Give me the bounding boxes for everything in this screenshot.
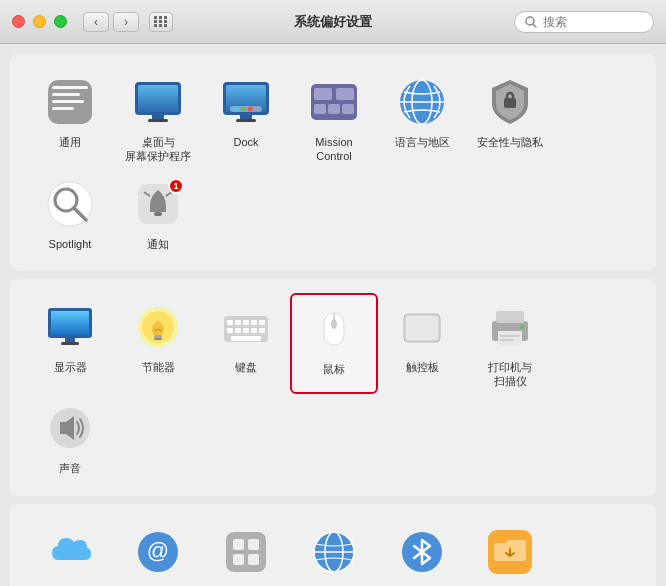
svg-text:@: @ bbox=[147, 538, 169, 563]
desktop-icon bbox=[130, 74, 186, 130]
item-internet[interactable]: @ 互联网帐户 bbox=[114, 518, 202, 586]
svg-rect-42 bbox=[65, 338, 75, 342]
titlebar: ‹ › 系统偏好设置 bbox=[0, 0, 666, 44]
trackpad-icon bbox=[394, 299, 450, 355]
window-title: 系统偏好设置 bbox=[294, 13, 372, 31]
security-label: 安全性与隐私 bbox=[477, 135, 543, 149]
general-label: 通用 bbox=[59, 135, 81, 149]
svg-rect-43 bbox=[61, 342, 79, 345]
svg-rect-53 bbox=[259, 320, 265, 325]
item-keyboard[interactable]: 键盘 bbox=[202, 293, 290, 395]
svg-rect-4 bbox=[52, 93, 80, 96]
energy-icon bbox=[130, 299, 186, 355]
svg-rect-55 bbox=[235, 328, 241, 333]
section-internet: iCloud @ 互联网帐户 bbox=[10, 504, 656, 586]
svg-rect-46 bbox=[154, 335, 162, 338]
svg-rect-22 bbox=[314, 88, 332, 100]
svg-rect-26 bbox=[342, 104, 354, 114]
svg-rect-77 bbox=[248, 539, 259, 550]
spotlight-icon bbox=[42, 176, 98, 232]
maximize-button[interactable] bbox=[54, 15, 67, 28]
svg-rect-64 bbox=[406, 316, 438, 340]
item-mouse[interactable]: 鼠标 bbox=[290, 293, 378, 395]
trackpad-label: 触控板 bbox=[406, 360, 439, 374]
keyboard-label: 键盘 bbox=[235, 360, 257, 374]
item-spotlight[interactable]: Spotlight bbox=[26, 170, 114, 257]
svg-rect-36 bbox=[154, 212, 162, 216]
search-icon bbox=[525, 16, 537, 28]
mission-icon bbox=[306, 74, 362, 130]
item-icloud[interactable]: iCloud bbox=[26, 518, 114, 586]
printer-label: 打印机与扫描仪 bbox=[488, 360, 532, 389]
sound-icon bbox=[42, 400, 98, 456]
extensions-icon bbox=[218, 524, 274, 580]
svg-rect-58 bbox=[259, 328, 265, 333]
display-label: 显示器 bbox=[54, 360, 87, 374]
minimize-button[interactable] bbox=[33, 15, 46, 28]
grid-button[interactable] bbox=[149, 12, 173, 32]
svg-point-62 bbox=[331, 319, 337, 329]
item-general[interactable]: 通用 bbox=[26, 68, 114, 170]
display-icon bbox=[42, 299, 98, 355]
content-area: 通用 bbox=[0, 44, 666, 586]
section-personal: 通用 bbox=[10, 54, 656, 271]
mouse-icon bbox=[306, 301, 362, 357]
svg-rect-76 bbox=[233, 539, 244, 550]
keyboard-icon bbox=[218, 299, 274, 355]
svg-rect-59 bbox=[231, 336, 261, 341]
dock-label: Dock bbox=[233, 135, 258, 149]
security-icon bbox=[482, 74, 538, 130]
svg-rect-68 bbox=[500, 335, 520, 337]
item-security[interactable]: 安全性与隐私 bbox=[466, 68, 554, 170]
item-mission[interactable]: MissionControl bbox=[290, 68, 378, 170]
item-notification[interactable]: 1 通知 bbox=[114, 170, 202, 257]
notification-icon: 1 bbox=[130, 176, 186, 232]
item-printer[interactable]: 打印机与扫描仪 bbox=[466, 293, 554, 395]
svg-rect-19 bbox=[240, 115, 252, 119]
svg-rect-6 bbox=[52, 107, 74, 110]
search-box[interactable] bbox=[514, 11, 654, 33]
item-display[interactable]: 显示器 bbox=[26, 293, 114, 395]
svg-rect-78 bbox=[233, 554, 244, 565]
item-dock[interactable]: Dock bbox=[202, 68, 290, 170]
network-icon bbox=[306, 524, 362, 580]
back-button[interactable]: ‹ bbox=[83, 12, 109, 32]
item-extensions[interactable]: 扩展 bbox=[202, 518, 290, 586]
svg-rect-49 bbox=[227, 320, 233, 325]
svg-rect-23 bbox=[336, 88, 354, 100]
svg-rect-25 bbox=[328, 104, 340, 114]
sound-label: 声音 bbox=[59, 461, 81, 475]
item-desktop[interactable]: 桌面与屏幕保护程序 bbox=[114, 68, 202, 170]
desktop-label: 桌面与屏幕保护程序 bbox=[125, 135, 191, 164]
traffic-lights bbox=[12, 15, 67, 28]
item-trackpad[interactable]: 触控板 bbox=[378, 293, 466, 395]
item-sound[interactable]: 声音 bbox=[26, 394, 114, 481]
svg-rect-75 bbox=[226, 532, 266, 572]
svg-point-70 bbox=[520, 325, 524, 329]
item-bluetooth[interactable]: 蓝牙 bbox=[378, 518, 466, 586]
language-icon bbox=[394, 74, 450, 130]
svg-rect-67 bbox=[498, 331, 522, 345]
nav-buttons: ‹ › bbox=[83, 12, 139, 32]
svg-rect-51 bbox=[243, 320, 249, 325]
internet-icon: @ bbox=[130, 524, 186, 580]
item-energy[interactable]: 节能器 bbox=[114, 293, 202, 395]
close-button[interactable] bbox=[12, 15, 25, 28]
item-network[interactable]: 网络 bbox=[290, 518, 378, 586]
section-hardware: 显示器 节能器 bbox=[10, 279, 656, 496]
svg-rect-50 bbox=[235, 320, 241, 325]
svg-rect-56 bbox=[243, 328, 249, 333]
svg-rect-10 bbox=[152, 115, 164, 119]
svg-rect-3 bbox=[52, 86, 88, 89]
forward-button[interactable]: › bbox=[113, 12, 139, 32]
svg-rect-54 bbox=[227, 328, 233, 333]
svg-rect-69 bbox=[500, 339, 514, 341]
item-sharing[interactable]: 共享 bbox=[466, 518, 554, 586]
item-language[interactable]: 语言与地区 bbox=[378, 68, 466, 170]
svg-rect-11 bbox=[148, 119, 168, 122]
svg-rect-47 bbox=[154, 338, 162, 340]
svg-point-16 bbox=[234, 107, 239, 112]
dock-icon bbox=[218, 74, 274, 130]
search-input[interactable] bbox=[543, 15, 643, 29]
svg-rect-9 bbox=[138, 85, 178, 112]
